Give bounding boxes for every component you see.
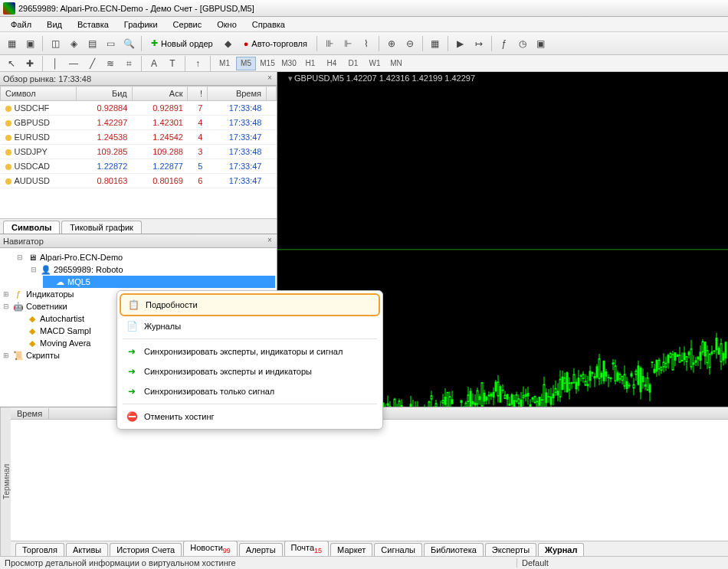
- term-tab-history[interactable]: История Счета: [110, 543, 182, 556]
- term-tab-journal[interactable]: Журнал: [538, 543, 584, 556]
- templates-button[interactable]: ▣: [533, 35, 549, 52]
- cloud-icon: ☁: [54, 276, 66, 287]
- svg-rect-154: [451, 400, 453, 404]
- menu-window[interactable]: Окно: [209, 18, 244, 31]
- tf-m5[interactable]: M5: [236, 57, 256, 70]
- text-tool[interactable]: A: [146, 55, 162, 72]
- hline-tool[interactable]: —: [65, 55, 82, 72]
- tf-m30[interactable]: M30: [279, 57, 299, 70]
- tab-symbols[interactable]: Символы: [3, 221, 60, 234]
- svg-rect-370: [700, 352, 701, 360]
- tf-h1[interactable]: H1: [300, 57, 320, 70]
- equidistant-channel-tool[interactable]: ≋: [102, 55, 119, 72]
- zoom-out-button[interactable]: ⊖: [402, 35, 418, 52]
- menu-help[interactable]: Справка: [244, 18, 293, 31]
- ctx-journals[interactable]: 📄Журналы: [120, 316, 380, 336]
- tree-account-user[interactable]: ⊟👤29659989: Roboto: [29, 263, 275, 276]
- market-row[interactable]: USDCHF0.928840.92891717:33:48: [1, 101, 277, 116]
- term-tab-market[interactable]: Маркет: [330, 543, 372, 556]
- journals-icon: 📄: [126, 320, 138, 332]
- ctx-cancel-hosting[interactable]: ⛔Отменить хостинг: [120, 407, 380, 427]
- ctx-sync-signal[interactable]: ➜Синхронизировать только сигнал: [120, 381, 380, 401]
- tile-windows-button[interactable]: ▦: [427, 35, 444, 52]
- term-tab-trade[interactable]: Торговля: [15, 543, 64, 556]
- vline-tool[interactable]: │: [47, 55, 64, 72]
- chart-shift-button[interactable]: ↦: [471, 35, 487, 52]
- tree-account-server[interactable]: ⊟🖥Alpari-Pro.ECN-Demo: [15, 251, 275, 263]
- trendline-tool[interactable]: ╱: [84, 55, 100, 72]
- candles-button[interactable]: ⊩: [339, 35, 356, 52]
- col-ask[interactable]: Аск: [132, 87, 188, 101]
- svg-rect-250: [562, 378, 563, 390]
- term-tab-signals[interactable]: Сигналы: [374, 543, 422, 556]
- autotrading-button[interactable]: ●Авто-торговля: [238, 35, 313, 52]
- market-row[interactable]: AUDUSD0.801630.80169617:33:47: [1, 174, 277, 188]
- tf-h4[interactable]: H4: [322, 57, 342, 70]
- terminal-toggle[interactable]: ▭: [102, 35, 119, 52]
- arrows-tool[interactable]: ↑: [189, 55, 206, 72]
- svg-rect-194: [497, 382, 499, 396]
- new-order-button[interactable]: ✚Новый ордер: [146, 35, 218, 52]
- datawindow-toggle[interactable]: ▤: [84, 35, 100, 52]
- tab-tick-chart[interactable]: Тиковый график: [61, 221, 142, 234]
- menu-file[interactable]: Файл: [3, 18, 39, 31]
- col-spread[interactable]: !: [188, 87, 207, 101]
- marketwatch-toggle[interactable]: ◫: [47, 35, 64, 52]
- tf-d1[interactable]: D1: [343, 57, 363, 70]
- col-symbol[interactable]: Символ: [1, 87, 77, 101]
- term-tab-alerts[interactable]: Алерты: [239, 543, 283, 556]
- bar-chart-button[interactable]: ⊪: [321, 35, 338, 52]
- zoom-in-button[interactable]: ⊕: [383, 35, 400, 52]
- market-row[interactable]: USDJPY109.285109.288317:33:48: [1, 145, 277, 159]
- tree-mql5-node[interactable]: ☁MQL5: [43, 276, 275, 288]
- term-tab-news[interactable]: Новости99: [183, 541, 238, 556]
- terminal-col-time[interactable]: Время: [11, 408, 49, 419]
- ea-icon: ◆: [26, 325, 38, 336]
- ctx-sync-ei[interactable]: ➜Синхронизировать эксперты и индикаторы: [120, 361, 380, 381]
- crosshair-tool[interactable]: ✚: [21, 55, 38, 72]
- chart-label: ▾GBPUSD,M5 1.42207 1.42316 1.42199 1.422…: [288, 74, 475, 83]
- fibonacci-tool[interactable]: ⌗: [120, 55, 137, 72]
- metaeditor-button[interactable]: ◆: [220, 35, 237, 52]
- ctx-details[interactable]: 📋Подробности: [120, 293, 380, 316]
- periodicity-button[interactable]: ◷: [514, 35, 531, 52]
- svg-rect-296: [615, 366, 616, 381]
- ctx-sync-all[interactable]: ➜Синхронизировать эксперты, индикаторы и…: [120, 342, 380, 361]
- tf-m1[interactable]: M1: [215, 57, 234, 70]
- svg-rect-260: [573, 374, 575, 382]
- line-chart-button[interactable]: ⌇: [358, 35, 375, 52]
- menu-view[interactable]: Вид: [39, 18, 70, 31]
- col-bid[interactable]: Бид: [77, 87, 133, 101]
- svg-rect-178: [479, 397, 480, 399]
- navigator-toggle[interactable]: ◈: [65, 35, 82, 52]
- indicators-icon: ƒ: [12, 289, 25, 299]
- menu-tools[interactable]: Сервис: [166, 18, 210, 31]
- indicators-button[interactable]: ƒ: [496, 35, 513, 52]
- svg-rect-376: [707, 351, 708, 363]
- tf-m15[interactable]: M15: [257, 57, 277, 70]
- col-time[interactable]: Время: [207, 87, 266, 101]
- svg-rect-320: [642, 377, 644, 382]
- menu-insert[interactable]: Вставка: [70, 18, 116, 31]
- market-row[interactable]: USDCAD1.228721.22877517:33:47: [1, 159, 277, 174]
- new-chart-button[interactable]: ▦: [3, 35, 20, 52]
- cursor-tool[interactable]: ↖: [3, 55, 20, 72]
- market-row[interactable]: GBPUSD1.422971.42301417:33:48: [1, 116, 277, 130]
- autoscroll-button[interactable]: ▶: [452, 35, 469, 52]
- term-tab-library[interactable]: Библиотека: [424, 543, 484, 556]
- marketwatch-close-icon[interactable]: ×: [265, 74, 274, 83]
- svg-rect-280: [596, 367, 598, 377]
- tf-mn[interactable]: MN: [386, 57, 406, 70]
- svg-rect-366: [695, 361, 697, 362]
- term-tab-mail[interactable]: Почта15: [284, 541, 330, 556]
- svg-rect-354: [681, 361, 683, 361]
- market-row[interactable]: EURUSD1.245381.24542417:33:47: [1, 130, 277, 145]
- text-label-tool[interactable]: T: [164, 55, 181, 72]
- menu-charts[interactable]: Графики: [116, 18, 166, 31]
- term-tab-assets[interactable]: Активы: [66, 543, 108, 556]
- profiles-button[interactable]: ▣: [21, 35, 38, 52]
- strategy-tester-toggle[interactable]: 🔍: [120, 35, 137, 52]
- tf-w1[interactable]: W1: [365, 57, 385, 70]
- term-tab-experts[interactable]: Эксперты: [485, 543, 536, 556]
- navigator-close-icon[interactable]: ×: [265, 236, 274, 245]
